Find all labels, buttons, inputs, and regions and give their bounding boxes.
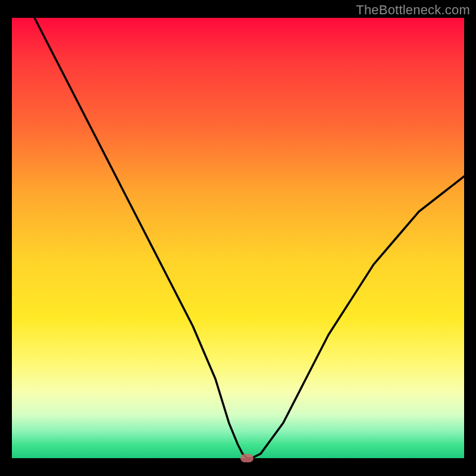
watermark-text: TheBottleneck.com <box>356 2 470 18</box>
optimum-marker <box>240 454 253 462</box>
chart-frame: TheBottleneck.com <box>0 0 476 476</box>
plot-area <box>12 18 464 458</box>
bottleneck-curve <box>12 18 464 458</box>
curve-path <box>35 18 464 458</box>
